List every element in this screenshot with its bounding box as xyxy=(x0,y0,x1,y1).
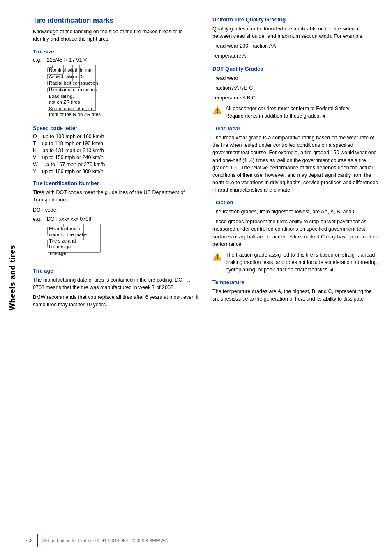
tire-code: 225/45 R 17 91 V xyxy=(47,57,200,63)
warning-text-2: The traction grade assigned to this tire… xyxy=(226,251,380,273)
tire-age-title: Tire age xyxy=(33,268,200,274)
traction-p2: Those grades represent the tire's abilit… xyxy=(212,218,380,248)
svg-text:Nominal width in mm: Nominal width in mm xyxy=(49,67,93,72)
speed-item-h: H = up to 131 mph or 210 km/h xyxy=(33,148,200,153)
right-column: Uniform Tire Quality Grading Quality gra… xyxy=(212,16,380,539)
dot-grade-2: Traction AA A B C xyxy=(212,84,380,92)
diagram-right: 225/45 R 17 91 V xyxy=(47,57,200,119)
speed-item-y: Y = up to 186 mph or 300 km/h xyxy=(33,169,200,174)
dot-quality-title: DOT Quality Grades xyxy=(212,66,380,72)
dot-diagram-right: DOT xxxx xxx 0708 Manufacturer's xyxy=(47,216,200,262)
dot-diagram: e.g. DOT xxxx xxx 0708 xyxy=(33,216,200,262)
svg-text:not on ZR tires: not on ZR tires xyxy=(49,99,80,104)
tread-wear-title: Tread wear xyxy=(212,125,380,132)
sidebar-label: Wheels and tires xyxy=(8,245,17,310)
temperature-title: Temperature xyxy=(212,279,380,285)
tire-size-svg: Nominal width in mm Aspect ratio in % Ra… xyxy=(47,65,166,118)
tread-wear-p: The tread wear grade is a comparative ra… xyxy=(212,134,380,194)
dot-label: DOT code: xyxy=(33,206,200,214)
footer-text: Online Edition for Part no. 01 41 0 014 … xyxy=(42,538,168,543)
dot-grade-3: Temperature A B C xyxy=(212,94,380,102)
speed-code-title: Speed code letter xyxy=(33,125,200,131)
svg-text:Tire age: Tire age xyxy=(49,251,66,256)
svg-text:Radial belt construction: Radial belt construction xyxy=(49,81,98,86)
page-number: 208 xyxy=(25,538,33,543)
svg-text:Tire size and: Tire size and xyxy=(49,238,76,243)
svg-text:Speed code letter, in: Speed code letter, in xyxy=(49,106,92,111)
main-title: Tire identification marks xyxy=(33,16,200,25)
tin-intro: Tires with DOT codes meet the guidelines… xyxy=(33,189,200,204)
speed-code-list: Q = up to 100 mph or 160 km/h T = up to … xyxy=(33,134,200,174)
svg-text:Load rating,: Load rating, xyxy=(49,94,74,99)
utqg-p1: Quality grades can be found where applic… xyxy=(212,25,380,40)
footer-divider xyxy=(37,534,38,547)
svg-text:tire design: tire design xyxy=(49,244,71,249)
svg-text:Manufacturer's: Manufacturer's xyxy=(49,226,80,231)
speed-item-q: Q = up to 100 mph or 160 km/h xyxy=(33,134,200,139)
speed-item-t: T = up to 118 mph or 190 km/h xyxy=(33,141,200,146)
warning-text-1: All passenger car tires must conform to … xyxy=(226,105,380,120)
diagram-eg-label: e.g. xyxy=(33,57,45,119)
dot-svg: Manufacturer's code for tire make Tire s… xyxy=(47,224,154,261)
tire-age-p2: BMW recommends that you replace all tire… xyxy=(33,294,200,308)
temperature-p: The temperature grades are A, the highes… xyxy=(212,288,380,303)
svg-text:code for tire make: code for tire make xyxy=(49,232,87,237)
dot-code: DOT xxxx xxx 0708 xyxy=(47,216,200,222)
svg-text:Aspect ratio in %: Aspect ratio in % xyxy=(49,74,84,79)
svg-text:Rim diameter in inches: Rim diameter in inches xyxy=(49,87,97,92)
svg-text:front of the R on ZR tires: front of the R on ZR tires xyxy=(49,112,101,117)
traction-p1: The traction grades, from highest to low… xyxy=(212,208,380,215)
sidebar: Wheels and tires xyxy=(0,0,25,555)
speed-item-w: W = up to 167 mph or 270 km/h xyxy=(33,162,200,167)
tin-title: Tire Identification Number xyxy=(33,180,200,186)
main-content: Tire identification marks Knowledge of t… xyxy=(25,0,392,555)
dot-grade-1: Tread wear xyxy=(212,74,380,82)
svg-text:!: ! xyxy=(217,108,218,114)
utqg-example2: Temperature A xyxy=(212,52,380,60)
tire-age-p1: The manufacturing date of tires is conta… xyxy=(33,276,200,291)
traction-title: Traction xyxy=(212,199,380,206)
svg-text:!: ! xyxy=(217,254,218,260)
dot-eg-label: e.g. xyxy=(33,216,45,262)
speed-item-v: V = up to 150 mph or 240 km/h xyxy=(33,155,200,160)
utqg-example1: Tread wear 200 Traction AA xyxy=(212,42,380,50)
tire-size-diagram: e.g. 225/45 R 17 91 V xyxy=(33,57,200,119)
warning-box-2: ! The traction grade assigned to this ti… xyxy=(212,251,380,273)
dot-eg: e.g. xyxy=(33,216,45,222)
warning-icon-2: ! xyxy=(212,252,222,262)
footer: 208 Online Edition for Part no. 01 41 0 … xyxy=(25,534,392,547)
utqg-title: Uniform Tire Quality Grading xyxy=(212,16,380,23)
page-container: Wheels and tires Tire identification mar… xyxy=(0,0,392,555)
warning-icon-1: ! xyxy=(212,106,222,116)
tire-eg: e.g. xyxy=(33,57,45,63)
left-column: Tire identification marks Knowledge of t… xyxy=(33,16,200,539)
intro-text: Knowledge of the labeling on the side of… xyxy=(33,28,200,43)
tire-size-title: Tire size xyxy=(33,49,200,55)
warning-box-1: ! All passenger car tires must conform t… xyxy=(212,105,380,120)
